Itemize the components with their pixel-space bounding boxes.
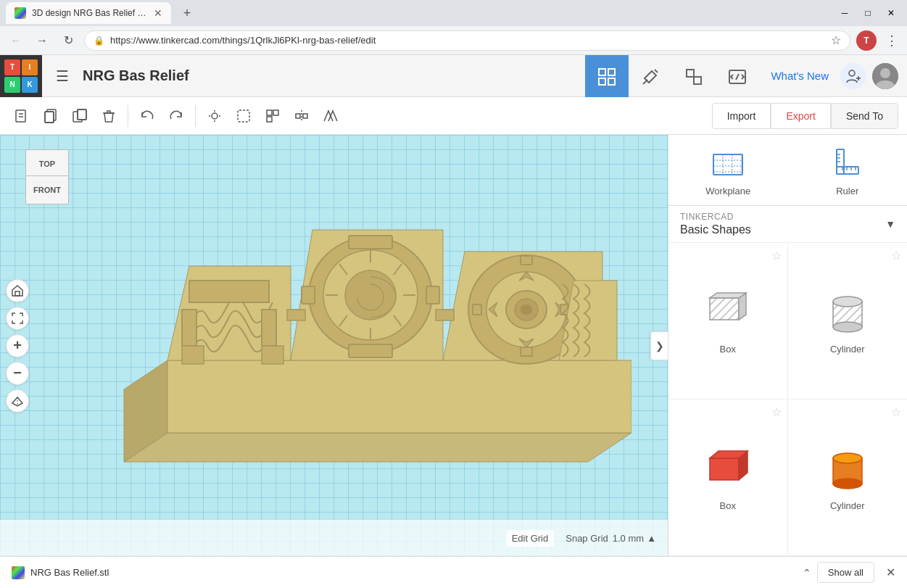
window-controls: ─ □ ✕ (834, 3, 901, 23)
svg-rect-0 (599, 69, 605, 75)
tool-shapes-button[interactable] (672, 55, 716, 97)
bottom-close-button[interactable]: ✕ (886, 566, 895, 579)
snap-grid-value: 1.0 mm (613, 533, 644, 544)
export-button[interactable]: Export (771, 103, 830, 129)
align-button[interactable] (260, 103, 286, 129)
reload-button[interactable]: ↻ (58, 30, 78, 51)
delete-button[interactable] (96, 103, 122, 129)
flip-icon (294, 108, 310, 124)
shapes-name: Basic Shapes (680, 223, 751, 236)
copy-button[interactable] (38, 103, 64, 129)
forward-button[interactable]: → (32, 30, 52, 51)
home-view-button[interactable] (6, 279, 29, 302)
light-button[interactable] (202, 103, 228, 129)
perspective-button[interactable] (6, 389, 29, 413)
app-container: T I N K ☰ NRG Bas Relief (0, 55, 907, 588)
tool-grid-button[interactable] (585, 55, 629, 97)
whats-new-button[interactable]: What's New (759, 55, 840, 97)
hamburger-button[interactable]: ☰ (48, 62, 77, 91)
shape-item-cylinder-striped[interactable]: ☆ Cylinder (788, 243, 908, 399)
zoom-out-button[interactable]: − (6, 362, 29, 385)
shape-favorite-star-4[interactable]: ☆ (891, 405, 901, 419)
fit-icon (11, 312, 24, 325)
logo-i: I (22, 59, 38, 75)
lock-icon: 🔒 (94, 36, 104, 46)
bottom-bar: NRG Bas Relief.stl ⌃ Show all ✕ (0, 556, 907, 588)
address-input[interactable]: 🔒 https://www.tinkercad.com/things/1Qrlk… (84, 30, 850, 51)
snap-value-selector[interactable]: 1.0 mm ▲ (613, 533, 656, 544)
svg-rect-5 (694, 77, 701, 84)
shape-favorite-star-1[interactable]: ☆ (771, 249, 782, 262)
svg-rect-29 (273, 110, 278, 115)
mirror-icon (323, 108, 339, 124)
svg-rect-3 (608, 78, 615, 85)
snap-grid-label: Snap Grid (566, 533, 608, 544)
bookmark-icon[interactable]: ☆ (831, 33, 841, 47)
panel-tools: Workplane (668, 135, 907, 206)
tool-code-button[interactable] (716, 55, 759, 97)
mirror-button[interactable] (318, 103, 344, 129)
back-button[interactable]: ← (6, 30, 26, 51)
undo-button[interactable] (134, 103, 160, 129)
ruler-icon (829, 144, 866, 180)
shape-item-cylinder-orange[interactable]: ☆ Cylinder (788, 399, 908, 556)
shape-favorite-star-3[interactable]: ☆ (771, 405, 782, 419)
browser-tab[interactable]: 3D design NRG Bas Relief | Tinke... ✕ (6, 2, 171, 24)
new-tab-button[interactable]: + (177, 3, 197, 23)
browser-titlebar: 3D design NRG Bas Relief | Tinke... ✕ + … (0, 0, 907, 26)
tab-close-button[interactable]: ✕ (154, 7, 162, 19)
edit-grid-button[interactable]: Edit Grid (506, 530, 555, 547)
home-icon (11, 284, 24, 297)
shape-favorite-star-2[interactable]: ☆ (891, 249, 901, 262)
fit-view-button[interactable] (6, 307, 29, 330)
tool-build-button[interactable] (629, 55, 672, 97)
panel-collapse-button[interactable]: ❯ (650, 331, 668, 360)
import-button[interactable]: Import (712, 103, 771, 129)
profile-button[interactable]: T (856, 30, 877, 51)
viewport[interactable]: TOP FRONT (0, 135, 668, 556)
bottom-chevron-icon[interactable]: ⌃ (803, 567, 811, 579)
ruler-tool[interactable]: Ruler (788, 144, 908, 196)
minimize-button[interactable]: ─ (834, 3, 855, 23)
svg-point-94 (833, 322, 862, 332)
cylinder-striped-shape (822, 287, 873, 338)
browser-menu-button[interactable]: ⋮ (882, 30, 901, 51)
send-to-button[interactable]: Send To (831, 103, 898, 129)
show-all-button[interactable]: Show all (817, 562, 874, 583)
light-icon (207, 108, 223, 124)
svg-point-93 (833, 297, 862, 307)
logo-k: K (22, 77, 38, 93)
logo-t: T (4, 59, 20, 75)
close-button[interactable]: ✕ (881, 3, 901, 23)
add-user-button[interactable] (840, 63, 866, 89)
new-button[interactable] (9, 103, 35, 129)
shape-tool-button[interactable] (231, 103, 257, 129)
shape-item-box-red[interactable]: ☆ Box (668, 399, 788, 556)
redo-icon (168, 108, 184, 124)
svg-rect-20 (78, 109, 86, 120)
svg-rect-37 (189, 281, 269, 302)
shapes-dropdown-button[interactable]: ▼ (885, 218, 895, 230)
restore-button[interactable]: □ (858, 3, 878, 23)
shape-item-box-striped[interactable]: ☆ Box (668, 243, 788, 399)
shape-label-box-red: Box (720, 500, 736, 511)
redo-button[interactable] (163, 103, 189, 129)
svg-rect-52 (349, 236, 392, 249)
tab-favicon (15, 7, 26, 19)
svg-rect-55 (426, 286, 439, 304)
workplane-tool[interactable]: Workplane (668, 144, 788, 196)
duplicate-icon (72, 108, 88, 124)
right-panel: Workplane (668, 135, 907, 556)
box-red-shape (703, 444, 753, 494)
workplane-icon (710, 144, 746, 180)
svg-point-99 (833, 453, 862, 463)
flip-button[interactable] (289, 103, 315, 129)
left-controls: + − (6, 279, 29, 413)
tinkercad-logo[interactable]: T I N K (0, 55, 42, 97)
shape-label-cylinder-orange: Cylinder (830, 500, 865, 511)
shape-label-box-striped: Box (720, 344, 736, 355)
svg-rect-70 (436, 310, 454, 320)
duplicate-button[interactable] (67, 103, 93, 129)
zoom-in-button[interactable]: + (6, 334, 29, 357)
user-avatar[interactable] (872, 63, 898, 89)
